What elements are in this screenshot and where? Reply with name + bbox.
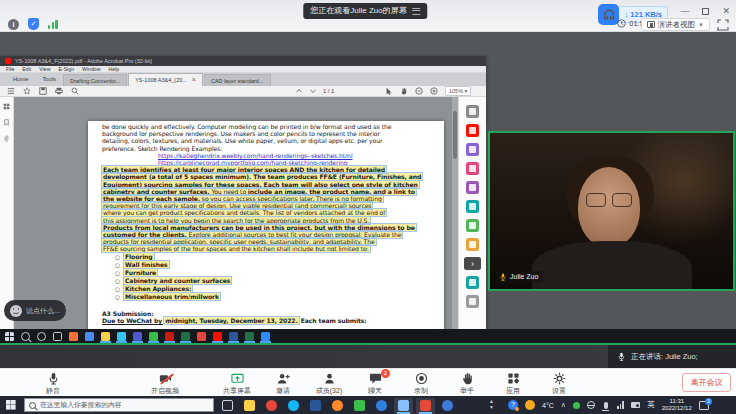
combine-files-tool[interactable] xyxy=(466,200,479,213)
select-tool-icon[interactable] xyxy=(385,87,393,95)
acrobat-icon[interactable] xyxy=(420,400,431,411)
weather-sun-icon[interactable] xyxy=(525,400,535,410)
wechat-icon[interactable] xyxy=(354,400,365,411)
document-tab[interactable]: Drafting Conventio... xyxy=(63,74,127,86)
zoom-level-select[interactable]: 105% ▾ xyxy=(445,86,471,96)
search-tool[interactable] xyxy=(466,105,479,118)
create-pdf-tool[interactable] xyxy=(466,162,479,175)
task-view-icon[interactable] xyxy=(222,400,233,411)
chat-button[interactable]: 2聊天 xyxy=(352,369,398,396)
security-shield-icon[interactable]: ✓ xyxy=(28,18,39,30)
tray-expand-icon[interactable]: ∧ xyxy=(561,401,566,409)
fill-sign-tool[interactable] xyxy=(466,238,479,251)
emoji-icon[interactable] xyxy=(10,305,22,317)
search-icon[interactable] xyxy=(71,87,79,95)
tab-tools[interactable]: Tools xyxy=(35,73,63,86)
print-icon[interactable] xyxy=(55,87,63,95)
participant-video-feed[interactable]: Julie Zuo xyxy=(488,131,735,291)
voov-meeting-icon[interactable] xyxy=(398,400,409,411)
excel-sheet-icon[interactable] xyxy=(245,332,254,341)
acrobat-pdf-icon[interactable] xyxy=(213,332,222,341)
fullscreen-icon[interactable] xyxy=(717,19,729,31)
word-icon[interactable] xyxy=(229,332,238,341)
previous-page-icon[interactable] xyxy=(295,87,303,95)
task-view-icon[interactable] xyxy=(53,332,62,341)
page-thumbnails-icon[interactable] xyxy=(3,103,10,110)
firefox-icon[interactable] xyxy=(332,400,343,411)
zoom-in-icon[interactable] xyxy=(430,87,438,95)
help-tray-icon[interactable]: ? xyxy=(508,400,518,410)
camera-tray-icon[interactable] xyxy=(631,402,640,408)
document-tab[interactable]: YS-1008 A3&4_(20...× xyxy=(128,73,203,86)
menu-help[interactable]: Help xyxy=(109,66,120,72)
sidebar-toggle-icon[interactable] xyxy=(7,87,15,95)
weather-temperature[interactable]: 4°C xyxy=(542,402,554,409)
favorites-star-icon[interactable] xyxy=(23,87,31,95)
banner-menu-icon[interactable] xyxy=(413,8,421,15)
hand-tool-icon[interactable] xyxy=(400,87,408,95)
share-screen-button[interactable]: 共享屏幕 xyxy=(214,369,260,396)
file-explorer-icon[interactable] xyxy=(244,400,255,411)
acrobat-icon[interactable] xyxy=(165,332,174,341)
close-button[interactable]: ✕ xyxy=(722,7,730,16)
comment-tool[interactable] xyxy=(466,181,479,194)
chrome-icon[interactable] xyxy=(266,400,277,411)
menu-e-sign[interactable]: E-Sign xyxy=(58,66,74,72)
close-tab-icon[interactable]: × xyxy=(192,77,196,83)
view-mode-selector[interactable]: 演讲者视图 ▼ xyxy=(641,18,710,31)
settings-button[interactable]: 设置 xyxy=(536,369,582,396)
export-pdf-tool[interactable] xyxy=(466,124,479,137)
attachments-icon[interactable] xyxy=(3,135,10,142)
apps-button[interactable]: 应用 xyxy=(490,369,536,396)
tab-home[interactable]: Home xyxy=(6,73,35,86)
quick-chat-input[interactable]: 说点什么... xyxy=(4,300,66,321)
qq-icon[interactable] xyxy=(288,400,299,411)
file-explorer-icon[interactable] xyxy=(101,332,110,341)
minimize-button[interactable]: — xyxy=(680,7,689,16)
maximize-button[interactable] xyxy=(702,8,709,15)
word-icon[interactable] xyxy=(310,400,321,411)
pycharm-icon[interactable] xyxy=(442,400,453,411)
next-page-icon[interactable] xyxy=(309,87,317,95)
measure-tool[interactable] xyxy=(466,295,479,308)
invite-button[interactable]: 邀请 xyxy=(260,369,306,396)
network-globe-icon[interactable] xyxy=(587,401,595,409)
firefox-icon[interactable] xyxy=(69,332,78,341)
more-tools[interactable]: › xyxy=(464,257,481,270)
taskbar-overflow-arrows[interactable]: ▲▼ xyxy=(489,398,494,410)
opera-icon[interactable] xyxy=(197,332,206,341)
excel-icon[interactable] xyxy=(181,332,190,341)
cortana-icon[interactable] xyxy=(37,332,46,341)
raise-hand-button[interactable]: 举手 xyxy=(444,369,490,396)
zoom-out-icon[interactable] xyxy=(415,87,423,95)
document-hyperlink[interactable]: https://katleghendrix.weebly.com/hand-re… xyxy=(158,152,431,159)
bookmarks-icon[interactable] xyxy=(3,119,10,126)
notification-center-icon[interactable]: 3 xyxy=(699,401,709,410)
menu-edit[interactable]: Edit xyxy=(22,66,31,72)
edge-icon[interactable] xyxy=(376,400,387,411)
voov-meeting-icon[interactable] xyxy=(261,332,270,341)
edge-icon[interactable] xyxy=(117,332,126,341)
menu-window[interactable]: Window xyxy=(82,66,100,72)
document-tab[interactable]: CAD layer standard... xyxy=(204,74,271,86)
start-icon[interactable] xyxy=(5,332,14,341)
start-video-button[interactable]: 开启视频 xyxy=(142,369,188,396)
wechat-icon[interactable] xyxy=(149,332,158,341)
chrome-icon[interactable] xyxy=(85,332,94,341)
search-icon[interactable] xyxy=(21,332,30,341)
taskbar-clock[interactable]: 11:31 2022/12/12 xyxy=(662,398,692,412)
menu-view[interactable]: View xyxy=(39,66,50,72)
input-language-indicator[interactable]: 英 xyxy=(647,400,655,410)
members-button[interactable]: 成员(32) xyxy=(306,369,352,396)
save-icon[interactable] xyxy=(39,87,47,95)
teams-icon[interactable] xyxy=(133,332,142,341)
meeting-info-icon[interactable]: i xyxy=(8,19,19,30)
wechat-tray-icon[interactable] xyxy=(573,402,580,409)
menu-file[interactable]: File xyxy=(6,66,14,72)
taskbar-search-box[interactable]: 在这里输入你要搜索的内容 xyxy=(24,398,214,412)
edit-pdf-tool[interactable] xyxy=(466,143,479,156)
scrollbar-thumb[interactable] xyxy=(453,111,457,159)
record-button[interactable]: 录制 xyxy=(398,369,444,396)
start-button[interactable] xyxy=(6,400,16,410)
leave-meeting-button[interactable]: 离开会议 xyxy=(682,373,731,392)
